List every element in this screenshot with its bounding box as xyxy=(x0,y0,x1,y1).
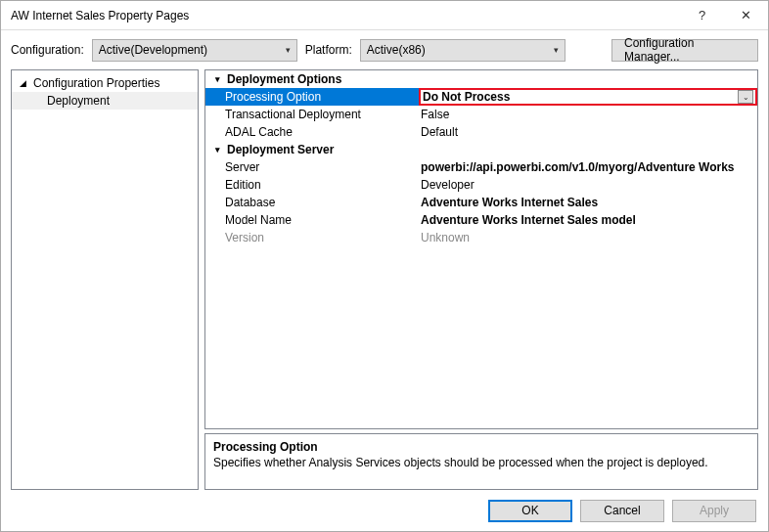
description-panel: Processing Option Specifies whether Anal… xyxy=(204,433,758,490)
collapse-icon[interactable]: ▾ xyxy=(209,74,225,84)
configuration-dropdown[interactable]: Active(Development) ▾ xyxy=(92,39,297,62)
row-adal-cache[interactable]: ADAL Cache Default xyxy=(205,123,757,141)
row-value: Adventure Works Internet Sales model xyxy=(419,213,757,227)
cancel-button[interactable]: Cancel xyxy=(580,500,664,522)
config-row: Configuration: Active(Development) ▾ Pla… xyxy=(1,30,768,69)
row-value: Unknown xyxy=(419,231,757,244)
row-label: Version xyxy=(205,231,419,244)
configuration-manager-button[interactable]: Configuration Manager... xyxy=(611,39,758,62)
row-value: False xyxy=(419,108,757,121)
row-database[interactable]: Database Adventure Works Internet Sales xyxy=(205,194,757,211)
configuration-value: Active(Development) xyxy=(99,43,207,57)
row-version: Version Unknown xyxy=(205,229,757,246)
row-value: powerbi://api.powerbi.com/v1.0/myorg/Adv… xyxy=(419,160,757,174)
chevron-down-icon: ▾ xyxy=(286,45,291,55)
row-edition[interactable]: Edition Developer xyxy=(205,176,757,194)
section-label: Deployment Server xyxy=(225,143,438,156)
section-label: Deployment Options xyxy=(225,72,438,86)
platform-value: Active(x86) xyxy=(367,43,426,57)
ok-button[interactable]: OK xyxy=(488,500,572,522)
row-label: Model Name xyxy=(205,213,419,227)
right-pane: ▾ Deployment Options Processing Option D… xyxy=(204,69,758,490)
description-text: Specifies whether Analysis Services obje… xyxy=(213,456,749,469)
row-value: Adventure Works Internet Sales xyxy=(419,196,757,209)
dialog-window: AW Internet Sales Property Pages ? ✕ Con… xyxy=(0,0,769,532)
row-label: ADAL Cache xyxy=(205,125,419,139)
row-value: Developer xyxy=(419,178,757,192)
row-value: Default xyxy=(419,125,757,139)
tree-item-deployment[interactable]: Deployment xyxy=(12,92,198,110)
window-title: AW Internet Sales Property Pages xyxy=(11,9,680,22)
chevron-down-icon[interactable]: ⌄ xyxy=(738,90,753,104)
processing-option-dropdown[interactable]: Do Not Process ⌄ xyxy=(419,88,757,106)
property-tree[interactable]: ◢ Configuration Properties Deployment xyxy=(11,69,199,490)
collapse-icon[interactable]: ▾ xyxy=(209,145,225,155)
row-label: Edition xyxy=(205,178,419,192)
footer: OK Cancel Apply xyxy=(1,490,768,531)
row-label: Processing Option xyxy=(205,90,419,104)
section-deployment-server[interactable]: ▾ Deployment Server xyxy=(205,141,757,158)
chevron-down-icon: ▾ xyxy=(554,45,559,55)
close-button[interactable]: ✕ xyxy=(724,1,768,30)
help-button[interactable]: ? xyxy=(680,1,724,30)
platform-dropdown[interactable]: Active(x86) ▾ xyxy=(360,39,565,62)
row-transactional-deployment[interactable]: Transactional Deployment False xyxy=(205,106,757,123)
row-label: Server xyxy=(205,160,419,174)
main-area: ◢ Configuration Properties Deployment ▾ … xyxy=(1,69,768,490)
tree-root-label: Configuration Properties xyxy=(33,76,159,90)
row-model-name[interactable]: Model Name Adventure Works Internet Sale… xyxy=(205,211,757,229)
titlebar: AW Internet Sales Property Pages ? ✕ xyxy=(1,1,768,30)
tree-item-label: Deployment xyxy=(47,94,110,108)
apply-button: Apply xyxy=(672,500,756,522)
platform-label: Platform: xyxy=(305,43,352,57)
expand-collapse-icon[interactable]: ◢ xyxy=(20,78,29,88)
row-server[interactable]: Server powerbi://api.powerbi.com/v1.0/my… xyxy=(205,158,757,176)
row-value: Do Not Process xyxy=(423,90,510,104)
tree-root-configuration-properties[interactable]: ◢ Configuration Properties xyxy=(12,74,198,92)
description-title: Processing Option xyxy=(213,440,749,454)
row-processing-option[interactable]: Processing Option Do Not Process ⌄ xyxy=(205,88,757,106)
row-label: Database xyxy=(205,196,419,209)
configuration-label: Configuration: xyxy=(11,43,84,57)
section-deployment-options[interactable]: ▾ Deployment Options xyxy=(205,70,757,88)
row-label: Transactional Deployment xyxy=(205,108,419,121)
property-grid[interactable]: ▾ Deployment Options Processing Option D… xyxy=(204,69,758,429)
